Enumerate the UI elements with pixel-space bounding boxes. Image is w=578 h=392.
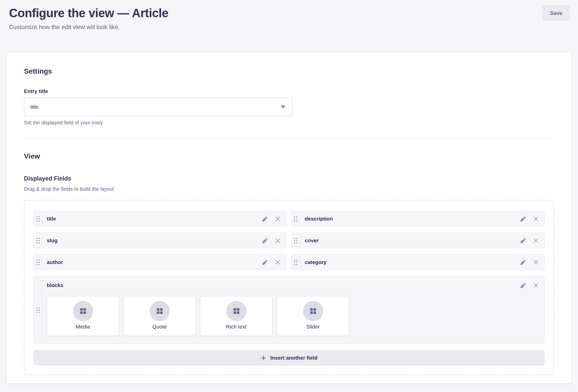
field-card-label: slug [42, 237, 260, 244]
blocks-header: blocks [42, 276, 544, 290]
component-label: Quote [152, 324, 167, 330]
field-card-actions [260, 257, 286, 267]
cross-icon [532, 282, 539, 289]
pencil-icon [520, 215, 527, 222]
field-card-actions [260, 214, 286, 224]
page-subtitle: Customize how the edit view will look li… [9, 23, 168, 32]
grid-icon [79, 307, 87, 315]
settings-section: Settings Entry title title Set the displ… [24, 67, 554, 126]
component-card-media[interactable]: Media [47, 296, 119, 336]
field-card-actions [518, 280, 544, 290]
remove-field-button[interactable] [273, 235, 282, 245]
insert-field-label: Insert another field [270, 355, 317, 361]
field-card-actions [260, 235, 286, 245]
edit-field-button[interactable] [260, 214, 270, 224]
field-card-label: description [300, 216, 518, 222]
pencil-icon [261, 258, 269, 266]
plus-icon [261, 355, 267, 361]
drag-handle-icon[interactable] [292, 255, 300, 270]
drag-handle-icon[interactable] [34, 211, 42, 226]
edit-field-button[interactable] [260, 235, 270, 245]
pencil-icon [520, 237, 527, 244]
field-card-label: category [300, 259, 518, 265]
drag-handle-icon[interactable] [292, 233, 300, 248]
field-card-cover[interactable]: cover [291, 233, 545, 248]
cross-icon [274, 237, 281, 244]
remove-field-button[interactable] [531, 280, 541, 290]
cross-icon [532, 258, 539, 266]
cross-icon [532, 215, 539, 222]
field-card-label: cover [300, 237, 518, 244]
entry-title-selected-value: title [30, 104, 38, 110]
field-card-actions [518, 214, 544, 224]
edit-field-button[interactable] [518, 214, 528, 224]
drag-handle-icon[interactable] [292, 211, 300, 226]
field-card-category[interactable]: category [291, 254, 545, 270]
pencil-icon [261, 237, 269, 244]
component-label: Slider [306, 324, 320, 330]
field-card-slug[interactable]: slug [33, 233, 287, 248]
displayed-fields-hint: Drag & drop the fields to build the layo… [24, 186, 554, 192]
edit-field-button[interactable] [518, 257, 528, 267]
field-card-actions [518, 235, 544, 245]
page-header-text: Configure the view — Article Customize h… [9, 5, 168, 31]
edit-field-button[interactable] [518, 235, 528, 245]
cross-icon [274, 215, 281, 222]
grid-icon [155, 307, 164, 315]
chevron-down-icon [281, 105, 285, 108]
configure-view-page: Configure the view — Article Customize h… [0, 0, 578, 392]
component-circle [150, 301, 170, 321]
component-circle [73, 301, 93, 321]
edit-field-button[interactable] [260, 257, 270, 267]
field-card-title[interactable]: title [33, 211, 287, 227]
component-list: Media Quote [47, 296, 540, 336]
grid-icon [232, 307, 240, 315]
drag-handle-icon[interactable] [34, 255, 42, 270]
remove-field-button[interactable] [531, 257, 541, 267]
entry-title-label: Entry title [24, 88, 293, 95]
fields-drop-zone: title description [24, 200, 554, 375]
remove-field-button[interactable] [273, 257, 282, 267]
field-card-author[interactable]: author [33, 254, 287, 270]
settings-heading: Settings [24, 67, 554, 76]
component-label: Media [76, 324, 90, 330]
section-divider [24, 138, 554, 139]
edit-field-button[interactable] [518, 280, 528, 290]
entry-title-select[interactable]: title [24, 98, 293, 116]
component-label: Rich text [226, 324, 246, 330]
cross-icon [532, 237, 539, 244]
insert-field-button[interactable]: Insert another field [33, 350, 545, 366]
view-heading: View [24, 151, 554, 161]
component-circle [303, 301, 323, 321]
field-card-label: blocks [47, 282, 518, 288]
field-card-description[interactable]: description [291, 211, 545, 227]
component-card-quote[interactable]: Quote [123, 296, 196, 336]
remove-field-button[interactable] [273, 214, 282, 224]
drag-handle-icon[interactable] [34, 276, 42, 343]
drag-handle-icon[interactable] [34, 233, 42, 248]
grid-icon [309, 307, 317, 315]
save-button[interactable]: Save [543, 6, 570, 20]
cross-icon [274, 258, 281, 266]
entry-title-hint: Set the displayed field of your entry [24, 120, 293, 126]
page-title: Configure the view — Article [9, 5, 168, 21]
remove-field-button[interactable] [531, 214, 541, 224]
blocks-content: blocks [42, 276, 544, 343]
field-card-label: author [42, 259, 260, 265]
entry-title-field: Entry title title Set the displayed fiel… [24, 88, 293, 126]
displayed-fields-label: Displayed Fields [24, 175, 554, 182]
component-card-slider[interactable]: Slider [277, 296, 349, 336]
fields-grid: title description [33, 211, 545, 366]
view-section: View Displayed Fields Drag & drop the fi… [24, 151, 554, 375]
pencil-icon [261, 215, 269, 222]
field-card-actions [518, 257, 544, 267]
pencil-icon [520, 258, 527, 266]
remove-field-button[interactable] [531, 235, 541, 245]
page-header: Configure the view — Article Customize h… [0, 0, 578, 31]
field-card-blocks[interactable]: blocks [33, 276, 545, 344]
component-circle [226, 301, 246, 321]
pencil-icon [520, 282, 527, 289]
field-card-label: title [42, 216, 260, 222]
content-card: Settings Entry title title Set the displ… [7, 52, 571, 383]
component-card-rich-text[interactable]: Rich text [200, 296, 272, 336]
